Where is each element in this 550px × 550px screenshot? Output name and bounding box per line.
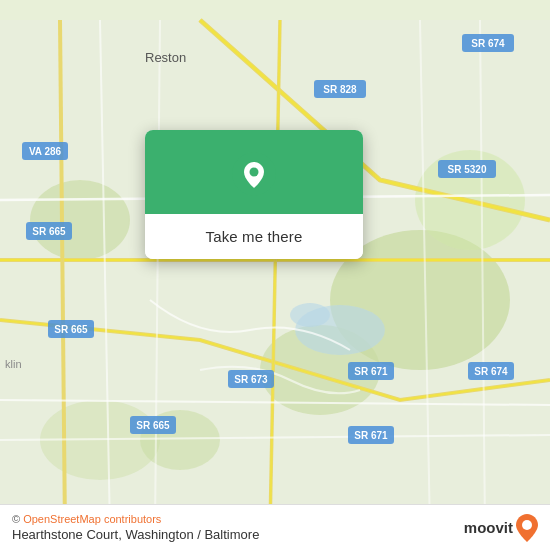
svg-text:SR 828: SR 828	[323, 84, 357, 95]
svg-point-34	[250, 168, 259, 177]
attribution: © OpenStreetMap contributors	[12, 513, 259, 525]
svg-text:SR 665: SR 665	[32, 226, 66, 237]
svg-text:SR 665: SR 665	[54, 324, 88, 335]
svg-text:SR 673: SR 673	[234, 374, 268, 385]
svg-point-35	[522, 520, 532, 530]
popup-card: Take me there	[145, 130, 363, 259]
svg-text:SR 5320: SR 5320	[448, 164, 487, 175]
svg-text:Reston: Reston	[145, 50, 186, 65]
map-background: SR 674 SR 828 VA 286 SR 5320 SR 665 SR 6…	[0, 0, 550, 550]
svg-text:SR 671: SR 671	[354, 366, 388, 377]
moovit-pin-icon	[516, 514, 538, 542]
take-me-there-button[interactable]: Take me there	[145, 214, 363, 259]
svg-text:klin: klin	[5, 358, 22, 370]
location-pin-icon	[232, 152, 276, 196]
moovit-text: moovit	[464, 519, 513, 536]
attribution-link[interactable]: OpenStreetMap contributors	[23, 513, 161, 525]
svg-point-3	[30, 180, 130, 260]
svg-text:SR 674: SR 674	[471, 38, 505, 49]
location-name: Hearthstone Court, Washington / Baltimor…	[12, 527, 259, 542]
attribution-prefix: ©	[12, 513, 23, 525]
map-container: SR 674 SR 828 VA 286 SR 5320 SR 665 SR 6…	[0, 0, 550, 550]
svg-point-8	[290, 303, 330, 327]
bottom-bar: © OpenStreetMap contributors Hearthstone…	[0, 504, 550, 550]
moovit-logo: moovit	[464, 514, 538, 542]
svg-text:SR 665: SR 665	[136, 420, 170, 431]
svg-text:SR 671: SR 671	[354, 430, 388, 441]
svg-text:VA 286: VA 286	[29, 146, 62, 157]
svg-text:SR 674: SR 674	[474, 366, 508, 377]
popup-green-header	[145, 130, 363, 214]
